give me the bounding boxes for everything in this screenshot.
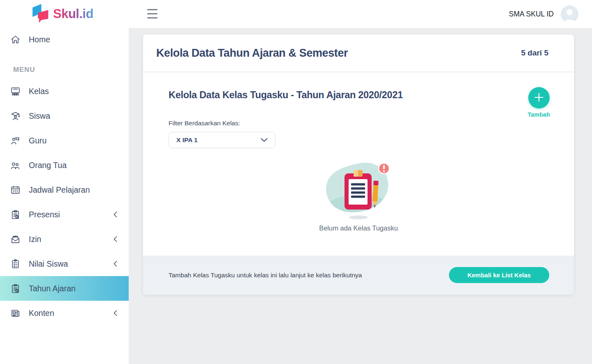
sidebar-item-label: Home (29, 35, 50, 44)
sidebar-item-orang-tua[interactable]: Orang Tua (0, 153, 129, 177)
chevron-left-icon (113, 211, 118, 218)
sidebar-item-label: Nilai Siswa (29, 259, 68, 269)
plus-icon (533, 91, 545, 105)
sidebar-item-jadwal-pelajaran[interactable]: Jadwal Pelajaran (0, 177, 129, 202)
tambah-button[interactable] (528, 87, 550, 108)
sidebar-nav: Kelas Siswa Gu (0, 79, 129, 325)
school-name: SMA SKUL ID (509, 10, 554, 18)
empty-state: Belum ada Kelas Tugasku (143, 161, 574, 232)
classroom-icon (10, 86, 21, 97)
sidebar-section-title: MENU (13, 61, 129, 79)
sidebar-item-tahun-ajaran[interactable]: Tahun Ajaran (0, 276, 129, 301)
card-body: Kelola Data Kelas Tugasku - Tahun Ajaran… (143, 72, 574, 256)
calendar-icon (10, 184, 21, 196)
sidebar-item-label: Presensi (29, 210, 60, 219)
sidebar-item-label: Tahun Ajaran (29, 284, 76, 293)
sidebar-item-label: Izin (29, 235, 41, 244)
grades-icon (10, 258, 21, 270)
sidebar-item-label: Siswa (29, 111, 50, 121)
chevron-left-icon (113, 260, 118, 267)
sidebar-item-home[interactable]: Home (0, 28, 129, 51)
section-title: Kelola Data Kelas Tugasku - Tahun Ajaran… (169, 90, 403, 101)
sidebar-item-label: Konten (29, 309, 54, 318)
add-kelas-tugasku: Tambah (527, 87, 550, 118)
chevron-left-icon (113, 309, 118, 317)
sidebar-item-label: Jadwal Pelajaran (29, 185, 90, 195)
academic-year-icon (10, 283, 21, 294)
class-filter-select[interactable]: X IPA 1 (169, 132, 275, 148)
sidebar-item-presensi[interactable]: Presensi (0, 202, 129, 227)
footer-hint-text: Tambah Kelas Tugasku untuk kelas ini lal… (169, 272, 362, 279)
section-header-row: Kelola Data Kelas Tugasku - Tahun Ajaran… (169, 90, 550, 118)
brand-logo-text: Skul.id (53, 7, 93, 21)
topbar-right: SMA SKUL ID (509, 0, 578, 28)
tambah-label: Tambah (527, 111, 550, 118)
card-footer: Tambah Kelas Tugasku untuk kelas ini lal… (143, 256, 574, 295)
academic-year-card: Kelola Data Tahun Ajaran & Semester 5 da… (143, 35, 574, 295)
sidebar-item-label: Orang Tua (29, 161, 67, 170)
hamburger-menu-icon[interactable] (147, 8, 158, 19)
sidebar-item-label: Kelas (29, 87, 49, 96)
sidebar-item-kelas[interactable]: Kelas (0, 79, 129, 104)
sidebar-item-izin[interactable]: Izin (0, 227, 129, 251)
teacher-icon (10, 135, 21, 146)
back-to-list-button[interactable]: Kembali ke List Kelas (449, 267, 549, 283)
chevron-left-icon (113, 235, 118, 243)
main-content: Kelola Data Tahun Ajaran & Semester 5 da… (129, 28, 592, 364)
page-title: Kelola Data Tahun Ajaran & Semester (156, 47, 348, 60)
empty-state-text: Belum ada Kelas Tugasku (143, 224, 574, 232)
card-header: Kelola Data Tahun Ajaran & Semester 5 da… (143, 35, 574, 72)
sidebar-item-konten[interactable]: Konten (0, 301, 129, 325)
student-icon (10, 111, 21, 122)
chevron-down-icon (261, 136, 268, 144)
empty-clipboard-illustration (321, 161, 395, 222)
home-icon (10, 34, 21, 45)
sidebar-item-guru[interactable]: Guru (0, 128, 129, 153)
avatar[interactable] (561, 5, 578, 23)
parents-icon (10, 160, 21, 171)
sidebar-item-label: Guru (29, 136, 46, 145)
brand-logo-icon (30, 2, 50, 25)
permission-mail-icon (10, 234, 21, 245)
brand-logo[interactable]: Skul.id (0, 0, 129, 28)
content-icon (10, 308, 21, 319)
attendance-icon (10, 209, 21, 220)
class-filter-value: X IPA 1 (176, 136, 198, 144)
sidebar: Skul.id Home MENU Kelas (0, 0, 129, 364)
pagination-counter: 5 dari 5 (521, 48, 548, 58)
sidebar-item-nilai-siswa[interactable]: Nilai Siswa (0, 251, 129, 276)
sidebar-item-siswa[interactable]: Siswa (0, 104, 129, 128)
filter-label: Filter Berdasarkan Kelas: (169, 120, 550, 127)
